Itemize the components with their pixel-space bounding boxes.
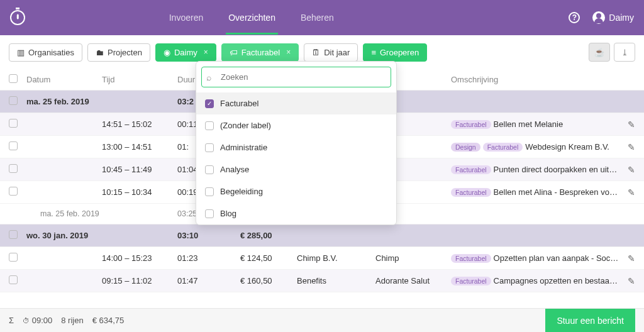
row-checkbox[interactable] bbox=[9, 187, 18, 196]
cell-time: 13:00 – 14:51 bbox=[102, 142, 177, 152]
nav-overzichten[interactable]: Overzichten bbox=[226, 1, 278, 35]
cell-date: ma. 25 feb. 2019 bbox=[26, 209, 102, 218]
label-tag: Facturabel bbox=[451, 254, 491, 263]
option-checkbox[interactable] bbox=[205, 143, 214, 152]
label-tag: Facturabel bbox=[451, 277, 491, 285]
dropdown-option[interactable]: Begeleiding bbox=[196, 180, 396, 202]
cell-time: 10:45 – 11:49 bbox=[102, 165, 177, 174]
select-all-checkbox[interactable] bbox=[9, 74, 18, 83]
cell-project: Chimp B.V. bbox=[297, 253, 375, 263]
option-checkbox[interactable] bbox=[205, 121, 214, 130]
cell-time: 14:00 – 15:23 bbox=[102, 253, 177, 263]
cell-date: ma. 25 feb. 2019 bbox=[26, 97, 102, 106]
row-checkbox[interactable] bbox=[9, 253, 18, 262]
dropdown-option[interactable]: (Zonder label) bbox=[196, 114, 396, 136]
cell-description: DesignFacturabelWebdesign Kream B.V. bbox=[451, 142, 619, 152]
download-icon: ⤓ bbox=[621, 48, 628, 57]
cell-amount: € 160,50 bbox=[240, 276, 297, 285]
main-nav: Invoeren Overzichten Beheren bbox=[167, 1, 336, 35]
user-small-icon: ◉ bbox=[164, 48, 170, 57]
label-search-input[interactable] bbox=[201, 67, 391, 87]
nav-beheren[interactable]: Beheren bbox=[298, 1, 336, 35]
col-omschrijving[interactable]: Omschrijving bbox=[451, 75, 619, 84]
dropdown-option[interactable]: ✓Facturabel bbox=[196, 92, 396, 114]
filter-date-range[interactable]: 🗓Dit jaar bbox=[304, 43, 358, 62]
row-checkbox[interactable] bbox=[9, 119, 18, 128]
search-icon: ⌕ bbox=[206, 72, 211, 82]
total-amount: € 634,75 bbox=[92, 316, 125, 325]
cell-description: FacturabelPunten direct doorpakken en ui… bbox=[451, 165, 619, 174]
filter-daimy[interactable]: ◉Daimy× bbox=[155, 43, 216, 62]
list-icon: ≡ bbox=[371, 48, 376, 57]
summary-footer: Σ ⏱ 09:00 8 rijen € 634,75 Stuur een ber… bbox=[0, 308, 644, 332]
help-icon[interactable]: ? bbox=[569, 12, 580, 23]
edit-icon[interactable]: ✎ bbox=[628, 187, 635, 197]
filter-facturabel[interactable]: 🏷Facturabel× bbox=[221, 43, 299, 62]
edit-icon[interactable]: ✎ bbox=[628, 142, 635, 152]
option-checkbox[interactable] bbox=[205, 209, 214, 218]
option-label: Facturabel bbox=[220, 99, 258, 108]
label-tag: Facturabel bbox=[451, 165, 491, 174]
dropdown-option[interactable]: Analyse bbox=[196, 158, 396, 180]
cell-description: FacturabelBellen met Alina - Bespreken v… bbox=[451, 187, 619, 197]
row-count: 8 rijen bbox=[61, 316, 83, 325]
option-checkbox[interactable] bbox=[205, 187, 214, 196]
edit-icon[interactable]: ✎ bbox=[628, 253, 635, 263]
cup-icon-button[interactable]: ☕ bbox=[589, 43, 610, 62]
dropdown-option[interactable]: Administratie bbox=[196, 136, 396, 158]
group-total-row: wo. 30 jan. 201903:10€ 285,00 bbox=[0, 224, 644, 247]
tag-icon: 🏷 bbox=[230, 48, 238, 57]
row-checkbox[interactable] bbox=[9, 275, 18, 284]
cell-amount: € 124,50 bbox=[240, 253, 297, 263]
dropdown-option[interactable]: Blog bbox=[196, 202, 396, 224]
cell-time: 14:51 – 15:02 bbox=[102, 119, 177, 129]
cell-project: Benefits bbox=[297, 276, 375, 285]
calendar-icon: 🗓 bbox=[312, 48, 320, 57]
col-datum[interactable]: Datum bbox=[26, 75, 102, 84]
sigma-icon: Σ bbox=[9, 316, 14, 325]
filter-groeperen[interactable]: ≡Groeperen bbox=[363, 43, 427, 62]
row-checkbox[interactable] bbox=[9, 96, 18, 105]
cell-duration: 03:10 bbox=[177, 231, 240, 240]
option-label: Analyse bbox=[220, 165, 249, 174]
edit-icon[interactable]: ✎ bbox=[628, 165, 635, 175]
filter-organisaties[interactable]: ▥Organisaties bbox=[9, 43, 82, 62]
building-icon: ▥ bbox=[17, 48, 25, 57]
folder-icon: 🖿 bbox=[96, 48, 104, 57]
total-time: ⏱ 09:00 bbox=[23, 316, 52, 325]
cell-org: Chimp bbox=[375, 253, 451, 263]
edit-icon[interactable]: ✎ bbox=[628, 276, 635, 286]
timer-logo-icon[interactable] bbox=[10, 10, 25, 25]
row-checkbox[interactable] bbox=[9, 230, 18, 239]
option-label: Begeleiding bbox=[220, 187, 263, 196]
nav-invoeren[interactable]: Invoeren bbox=[167, 1, 206, 35]
option-label: Blog bbox=[220, 209, 236, 218]
col-tijd[interactable]: Tijd bbox=[102, 75, 177, 84]
option-checkbox[interactable] bbox=[205, 165, 214, 174]
time-entry-row[interactable]: 09:15 – 11:0201:47€ 160,50BenefitsAdoran… bbox=[0, 270, 644, 292]
option-label: (Zonder label) bbox=[220, 121, 271, 130]
row-checkbox[interactable] bbox=[9, 164, 18, 173]
user-name: Daimy bbox=[609, 13, 634, 23]
row-checkbox[interactable] bbox=[9, 141, 18, 150]
label-tag: Facturabel bbox=[451, 120, 491, 129]
close-icon[interactable]: × bbox=[204, 48, 208, 57]
download-button[interactable]: ⤓ bbox=[614, 43, 635, 62]
user-menu[interactable]: Daimy bbox=[592, 11, 634, 24]
cell-duration: 01:23 bbox=[177, 253, 240, 263]
send-message-button[interactable]: Stuur een bericht bbox=[545, 309, 635, 333]
time-entry-row[interactable]: 14:00 – 15:2301:23€ 124,50Chimp B.V.Chim… bbox=[0, 247, 644, 270]
label-tag: Facturabel bbox=[451, 188, 491, 197]
edit-icon[interactable]: ✎ bbox=[628, 119, 635, 130]
close-icon[interactable]: × bbox=[286, 48, 291, 57]
cup-icon: ☕ bbox=[594, 48, 604, 57]
option-label: Administratie bbox=[220, 143, 267, 152]
filter-projecten[interactable]: 🖿Projecten bbox=[87, 43, 150, 62]
cell-description: FacturabelBellen met Melanie bbox=[451, 119, 619, 129]
app-header: Invoeren Overzichten Beheren ? Daimy bbox=[0, 0, 644, 35]
label-filter-dropdown: ⌕ ✓Facturabel(Zonder label)Administratie… bbox=[196, 61, 397, 225]
cell-time: 09:15 – 11:02 bbox=[102, 276, 177, 285]
cell-time: 10:15 – 10:34 bbox=[102, 187, 177, 197]
cell-amount: € 285,00 bbox=[240, 231, 297, 240]
option-checkbox[interactable]: ✓ bbox=[205, 99, 214, 108]
